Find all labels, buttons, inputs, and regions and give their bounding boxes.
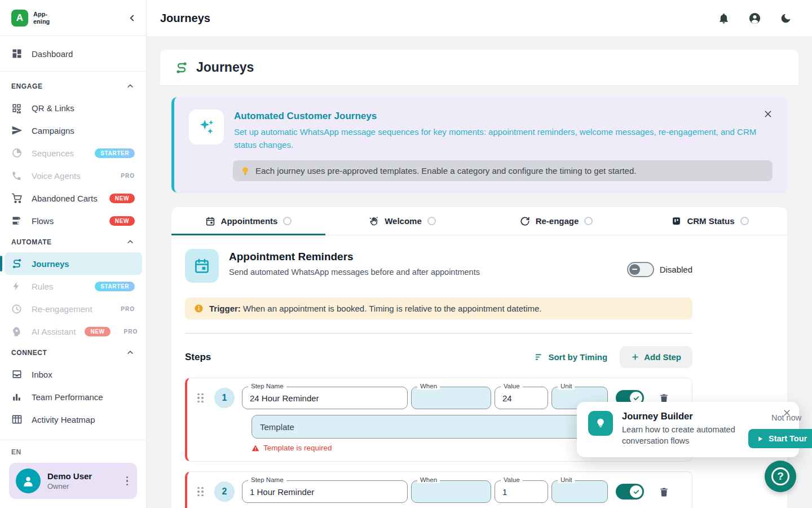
notifications-bell-icon[interactable]: [718, 12, 730, 24]
chevron-up-icon: [126, 82, 135, 91]
clock-icon: [11, 304, 23, 314]
sidebar-item-re-engagement[interactable]: Re-engagement PRO: [0, 297, 146, 320]
when-input[interactable]: [412, 393, 491, 403]
chevron-up-icon: [126, 348, 135, 357]
tab-label: CRM Status: [687, 216, 734, 226]
banner-close-icon[interactable]: [764, 110, 773, 119]
category-enable-toggle[interactable]: [627, 262, 654, 277]
sidebar-item-label: Dashboard: [32, 49, 135, 59]
add-step-button[interactable]: Add Step: [620, 346, 692, 368]
reminders-title: Appointment Reminders: [229, 249, 480, 263]
sidebar-item-label: Abandoned Carts: [32, 194, 100, 203]
delete-step-icon[interactable]: [659, 487, 669, 497]
lightbulb-icon: [588, 411, 613, 436]
drag-handle-icon[interactable]: [197, 393, 204, 403]
tab-appointments[interactable]: Appointments: [171, 207, 325, 235]
sidebar-header: A App- ening: [0, 0, 146, 36]
sidebar-collapse-icon[interactable]: [127, 13, 137, 23]
section-header-engage[interactable]: ENGAGE: [0, 76, 146, 97]
unit-input[interactable]: [552, 487, 607, 497]
user-card[interactable]: Demo User Owner: [9, 463, 137, 499]
divider: [185, 333, 692, 334]
section-header-automate[interactable]: AUTOMATE: [0, 232, 146, 252]
ai-head-icon: [11, 326, 23, 337]
tab-crm-status[interactable]: CRM Status: [633, 207, 787, 235]
sidebar-item-ai-assistant[interactable]: AI Assistant NEW PRO: [0, 320, 146, 343]
sidebar-item-campaigns[interactable]: Campaigns: [0, 119, 146, 142]
unit-input[interactable]: [552, 393, 607, 403]
sidebar-item-journeys[interactable]: Journeys: [5, 252, 142, 275]
start-tour-button[interactable]: Start Tour: [748, 429, 812, 448]
step-name-input[interactable]: [242, 393, 407, 403]
step-number: 2: [214, 481, 235, 502]
toggle-state-label: Disabled: [660, 265, 692, 274]
drag-handle-icon[interactable]: [197, 487, 204, 497]
unit-select[interactable]: Unit: [551, 480, 608, 503]
step-enable-toggle[interactable]: [616, 484, 644, 500]
pro-tag: PRO: [124, 329, 138, 335]
tab-radio[interactable]: [427, 217, 436, 225]
user-menu-kebab-icon[interactable]: [124, 474, 131, 488]
popup-subtitle: Learn how to create automated conversati…: [622, 424, 739, 446]
tab-radio[interactable]: [584, 217, 593, 225]
value-field[interactable]: Value: [495, 387, 548, 409]
sort-by-timing-button[interactable]: Sort by Timing: [534, 352, 607, 362]
tab-welcome[interactable]: Welcome: [325, 207, 479, 235]
section-header-connect[interactable]: CONNECT: [0, 343, 146, 363]
route-icon: [11, 258, 23, 269]
when-input[interactable]: [412, 487, 491, 497]
popup-close-icon[interactable]: [783, 409, 791, 417]
new-badge: NEW: [109, 216, 135, 226]
avatar: [16, 468, 41, 493]
account-icon[interactable]: [748, 12, 761, 25]
value-input[interactable]: [495, 393, 548, 403]
sidebar-item-rules[interactable]: Rules STARTER: [0, 275, 146, 297]
sidebar-item-activity-heatmap[interactable]: Activity Heatmap: [0, 408, 146, 431]
logo-text: App- ening: [33, 11, 50, 25]
category-tabs: Appointments Welcome Re-engage: [171, 207, 787, 235]
sidebar-item-label: Inbox: [32, 370, 135, 379]
journeys-panel: Appointments Welcome Re-engage: [171, 207, 787, 508]
sidebar-item-flows[interactable]: Flows NEW: [0, 209, 146, 232]
dark-mode-moon-icon[interactable]: [780, 12, 792, 24]
sidebar-item-dashboard[interactable]: Dashboard: [0, 41, 146, 67]
sidebar-item-voice-agents[interactable]: Voice Agents PRO: [0, 164, 146, 187]
language-selector[interactable]: EN: [9, 447, 137, 463]
template-select[interactable]: Template: [251, 415, 617, 439]
when-select[interactable]: When: [411, 387, 491, 409]
sidebar-item-qr-links[interactable]: QR & Links: [0, 97, 146, 119]
chevron-up-icon: [126, 238, 135, 247]
header-title: Journeys: [160, 12, 210, 25]
app-logo-icon: A: [11, 10, 28, 27]
sidebar-item-label: QR & Links: [32, 103, 135, 113]
tab-label: Welcome: [385, 216, 422, 226]
tab-radio[interactable]: [283, 217, 292, 225]
help-button[interactable]: ?: [765, 461, 796, 492]
step-name-field[interactable]: Step Name: [242, 480, 408, 503]
sequence-icon: [11, 147, 23, 159]
sidebar-item-label: Rules: [32, 282, 86, 291]
banner-title: Automated Customer Journeys: [234, 110, 773, 122]
step-name-input[interactable]: [242, 487, 407, 497]
sidebar-item-label: Flows: [32, 216, 100, 226]
bar-chart-icon: [11, 392, 23, 402]
sidebar-item-abandoned-carts[interactable]: Abandoned Carts NEW: [0, 187, 146, 209]
calendar-icon: [205, 216, 215, 226]
step-name-field[interactable]: Step Name: [242, 387, 408, 409]
sidebar-item-inbox[interactable]: Inbox: [0, 363, 146, 386]
tab-re-engage[interactable]: Re-engage: [479, 207, 633, 235]
sidebar-nav: Dashboard ENGAGE QR & Links Campaigns Se…: [0, 36, 146, 440]
sidebar-item-sequences[interactable]: Sequences STARTER: [0, 142, 146, 164]
trigger-info-box: Trigger: When an appointment is booked. …: [185, 297, 692, 319]
when-select[interactable]: When: [411, 480, 491, 503]
tab-radio[interactable]: [740, 217, 749, 225]
value-input[interactable]: [495, 487, 548, 497]
send-icon: [11, 125, 23, 136]
tip-box: Each journey uses pre-approved templates…: [233, 160, 773, 181]
value-field[interactable]: Value: [495, 480, 548, 503]
logo-letter: A: [16, 12, 23, 24]
reminders-subtitle: Send automated WhatsApp messages before …: [229, 268, 480, 277]
step-number: 1: [214, 388, 235, 408]
sidebar-item-team-performance[interactable]: Team Performance: [0, 386, 146, 408]
kanban-icon: [672, 216, 681, 226]
